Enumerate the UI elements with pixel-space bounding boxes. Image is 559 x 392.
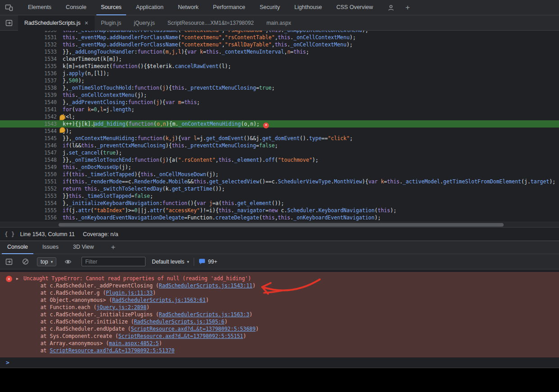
code-line-1548[interactable]: 1548}},_onTimeSlotTouchEnd:function(j){a…: [0, 156, 559, 164]
toolbar-divider: [194, 258, 194, 266]
panel-tab-security[interactable]: Security: [255, 0, 284, 15]
stack-frame-text: at Array.<anonymous> (: [28, 340, 109, 346]
stack-frame: at c.RadScheduler._addPreventClosing (Ra…: [16, 282, 559, 289]
file-tab-label: Plugin.js: [101, 20, 121, 26]
stack-frame: at c.RadScheduler.endUpdate (ScriptResou…: [16, 325, 559, 333]
pretty-print-button[interactable]: { }: [5, 231, 15, 237]
code-line-1540[interactable]: 1540},_addPreventClosing:function(j){var…: [0, 99, 559, 106]
stack-frame: at Sys.Component.create (ScriptResource.…: [16, 333, 559, 340]
add-drawer-tab-button[interactable]: +: [111, 243, 115, 252]
code-text: }},_onContextMenuHiding:function(k,j){va…: [57, 135, 353, 142]
panel-tab-elements[interactable]: Elements: [23, 0, 56, 15]
console-input[interactable]: [9, 357, 559, 368]
stack-frame-link[interactable]: Plugin.js:11:33: [106, 290, 153, 296]
code-line-1545[interactable]: 1545}},_onContextMenuHiding:function(k,j…: [0, 135, 559, 142]
user-icon[interactable]: [385, 2, 397, 14]
console-messages: × ▶ Uncaught TypeError: Cannot read prop…: [0, 269, 559, 392]
panel-tab-lighthouse[interactable]: Lighthouse: [290, 0, 327, 15]
context-selector[interactable]: top ▾: [37, 257, 56, 266]
code-line-1553[interactable]: 1553}}this._timeSlotTapped=false;: [0, 192, 559, 200]
code-line-1541[interactable]: 1541for(var k=0,l=j.length;: [0, 106, 559, 113]
code-line-1551[interactable]: 1551if(this._renderMode==c.RenderMode.Mo…: [0, 178, 559, 185]
sources-status-bar: { } Line 1543, Column 11 Coverage: n/a: [0, 227, 559, 241]
console-sidebar-icon[interactable]: [3, 256, 15, 268]
device-toolbar-icon[interactable]: [3, 2, 15, 14]
line-number: 1536: [0, 70, 57, 77]
code-line-1556[interactable]: 1556this._onKeyboardEventNavigationDeleg…: [0, 214, 559, 221]
line-number: 1544: [0, 128, 57, 135]
toggle-navigator-icon[interactable]: [3, 17, 15, 29]
stack-frame-link[interactable]: jQuery.js:2:2898: [96, 304, 146, 310]
console-error-message[interactable]: × ▶ Uncaught TypeError: Cannot read prop…: [0, 272, 559, 357]
code-line-1533[interactable]: 1533}},_addLongTouchHandler:function(m,j…: [0, 48, 559, 55]
line-number: 1534: [0, 55, 57, 63]
error-text: Uncaught TypeError: Cannot read properti…: [23, 275, 251, 282]
panel-tab-sources[interactable]: Sources: [96, 0, 126, 15]
code-line-1544[interactable]: 1544});: [0, 128, 559, 135]
line-number: 1541: [0, 106, 57, 113]
stack-frame-text: ): [206, 297, 209, 303]
code-line-1530[interactable]: 1530this._eventMap.addHandlerForClassNam…: [0, 31, 559, 34]
panel-tab-network[interactable]: Network: [173, 0, 203, 15]
code-line-1543[interactable]: 1543k++){j[k].add_hiding(function(o,n){m…: [0, 120, 559, 128]
log-levels-dropdown[interactable]: Default levels ▾: [152, 259, 189, 265]
code-line-1549[interactable]: 1549this._onDocMouseUp(j);: [0, 164, 559, 171]
code-line-1550[interactable]: 1550if(this._timeSlotTapped){this._onCel…: [0, 171, 559, 178]
live-expression-eye-icon[interactable]: [62, 256, 74, 268]
code-line-1554[interactable]: 1554},_initializeKeyboardNavigation:func…: [0, 200, 559, 207]
stack-frame-link[interactable]: main.aspx:4852:5: [109, 340, 159, 346]
code-line-1555[interactable]: 1555if(j.attr("tabIndex")>=0||j.attr("ac…: [0, 207, 559, 214]
expand-triangle-icon[interactable]: ▶: [16, 277, 23, 281]
stack-frame-link[interactable]: ScriptResource.axd?d…&t=13798092:5:55151: [118, 333, 243, 339]
code-line-1534[interactable]: 1534clearTimeout(k[m]);: [0, 55, 559, 63]
touch-marker-icon: [59, 127, 65, 133]
stack-frame-link[interactable]: RadSchedulerScripts.js:1505:6: [134, 319, 224, 325]
code-line-1547[interactable]: 1547j.set_cancel(true);: [0, 149, 559, 156]
stack-frame-link[interactable]: ScriptResource.axd?d…&t=13798092:5:51370: [50, 347, 174, 354]
stack-frame-link[interactable]: RadSchedulerScripts.js:1563:3: [159, 311, 250, 318]
devtools-window: ElementsConsoleSourcesApplicationNetwork…: [0, 0, 559, 392]
clear-console-icon[interactable]: [19, 256, 32, 268]
issues-bubble-icon[interactable]: [199, 258, 205, 265]
error-lines: ▶ Uncaught TypeError: Cannot read proper…: [16, 275, 559, 354]
scrollbar-thumb[interactable]: [59, 223, 504, 227]
line-number: 1550: [0, 171, 57, 178]
code-line-1537[interactable]: 1537},500);: [0, 77, 559, 84]
drawer-tab-3d-view[interactable]: 3D View: [68, 241, 99, 254]
panel-tab-console[interactable]: Console: [61, 0, 91, 15]
file-tab-radschedulerscripts-js[interactable]: RadSchedulerScripts.js×: [18, 15, 95, 31]
code-line-1552[interactable]: 1552return this._switchToSelectedDay(k.g…: [0, 185, 559, 192]
code-line-1536[interactable]: 1536j.apply(n,[l]);: [0, 70, 559, 77]
code-line-1531[interactable]: 1531this._eventMap.addHandlerForClassNam…: [0, 34, 559, 41]
drawer-tab-issues[interactable]: Issues: [37, 241, 64, 254]
stack-frame-text: at c.RadScheduler.endUpdate (: [28, 326, 131, 332]
drawer-tab-console[interactable]: Console: [2, 241, 33, 254]
panel-tab-css-overview[interactable]: CSS Overview: [332, 0, 377, 15]
code-line-1535[interactable]: 1535k[m]=setTimeout(function(){$telerik.…: [0, 63, 559, 70]
stack-frame-link[interactable]: ScriptResource.axd?d…&t=13798092:5:53689: [131, 326, 255, 332]
code-line-1538[interactable]: 1538},_onTimeSlotTouchHold:function(j){t…: [0, 84, 559, 91]
file-tab-plugin-js[interactable]: Plugin.js: [95, 15, 127, 31]
stack-frame: at ScriptResource.axd?d…&t=13798092:5:51…: [16, 347, 559, 354]
source-editor[interactable]: 1530this._eventMap.addHandlerForClassNam…: [0, 31, 559, 222]
code-line-1539[interactable]: 1539this._onCellContextMenu(j);: [0, 91, 559, 99]
file-tab-scriptresource-xm1-t-13798092[interactable]: ScriptResource....XM1&t=13798092: [161, 15, 260, 31]
close-tab-icon[interactable]: ×: [85, 19, 88, 27]
panel-tab-application[interactable]: Application: [132, 0, 168, 15]
code-line-1542[interactable]: 1542k<l;: [0, 113, 559, 120]
filter-input[interactable]: [82, 257, 145, 266]
stack-frame-link[interactable]: RadSchedulerScripts.js:1543:11: [159, 283, 253, 289]
code-line-1546[interactable]: 1546if(l&&this._preventCtxMenuClosing){t…: [0, 142, 559, 149]
panel-tab-performance[interactable]: Performance: [209, 0, 250, 15]
horizontal-scrollbar[interactable]: [0, 222, 559, 227]
file-tab-jquery-js[interactable]: jQuery.js: [127, 15, 161, 31]
issues-count[interactable]: 99+: [208, 259, 217, 265]
line-number: 1539: [0, 91, 57, 99]
line-number: 1548: [0, 156, 57, 164]
stack-frame-text: ): [159, 340, 162, 346]
code-text: this._onKeyboardEventNavigationDelegate=…: [57, 214, 381, 221]
code-line-1532[interactable]: 1532this._eventMap.addHandlerForClassNam…: [0, 41, 559, 48]
add-panel-button[interactable]: +: [405, 3, 410, 12]
stack-frame-link[interactable]: RadSchedulerScripts.js:1563:61: [112, 297, 206, 303]
file-tab-main-aspx[interactable]: main.aspx: [260, 15, 298, 31]
